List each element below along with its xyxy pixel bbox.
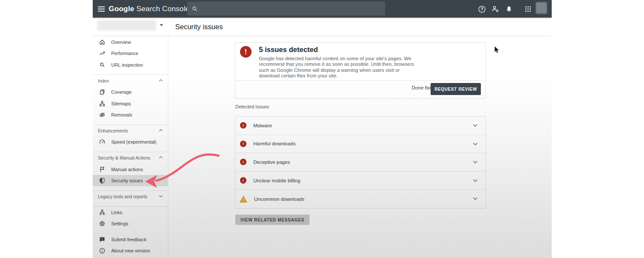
search-bar[interactable] [187,2,385,15]
section-header-enhancements[interactable]: Enhancements [93,125,168,136]
section-header-index[interactable]: Index [93,75,168,86]
sidebar-item-label: Performance [111,51,138,56]
logo-google-text: Google [109,5,134,13]
gear-icon [99,220,106,227]
summary-description: Google has detected harmful content on s… [259,56,417,79]
view-related-messages-button[interactable]: VIEW RELATED MESSAGES [235,215,310,225]
error-badge-icon: ! [240,177,246,184]
warning-triangle-icon: ! [240,196,247,203]
issue-row-malware[interactable]: ! Malware [235,117,486,135]
feedback-icon [99,236,106,243]
error-badge-icon: ! [240,46,252,58]
property-selector[interactable] [97,20,156,31]
links-tree-icon [99,209,106,216]
exclamation-glyph: ! [243,178,244,183]
sidebar-item-sitemaps[interactable]: Sitemaps [93,98,168,109]
chevron-down-icon[interactable] [473,179,478,182]
sidebar-item-label: Security issues [111,178,143,183]
chevron-up-icon [159,129,163,132]
sidebar-item-speed[interactable]: Speed (experimental) [93,136,168,147]
section-label: Legacy tools and reports [98,194,147,199]
detected-issues-heading: Detected Issues [235,104,269,109]
exclamation-glyph: ! [243,123,244,128]
issue-label: Uncommon downloads [254,197,304,202]
sidebar-item-label: Speed (experimental) [111,139,156,144]
issue-row-unclear-mobile-billing[interactable]: ! Unclear mobile billing [235,172,486,190]
property-dropdown-caret-icon[interactable] [160,24,163,26]
svg-text:?: ? [480,7,483,12]
mouse-cursor-icon [495,46,499,53]
sidebar-item-url-inspection[interactable]: URL inspection [93,59,168,71]
chevron-down-icon[interactable] [473,160,478,164]
info-icon [99,247,106,254]
sidebar-item-label: Overview [111,40,131,45]
eye-off-icon [99,111,106,118]
sidebar-item-label: Submit feedback [111,237,146,242]
app-logo[interactable]: Google Search Console [109,0,190,18]
error-badge-icon: ! [240,141,246,147]
issue-row-deceptive-pages[interactable]: ! Deceptive pages [235,153,486,172]
detected-issues-list: ! Malware ! Harmful downloads ! Deceptiv… [235,116,486,209]
issue-row-harmful-downloads[interactable]: ! Harmful downloads [235,135,486,154]
chevron-up-icon [159,79,163,82]
navigation-sidebar: Overview Performance URL inspection Inde… [93,36,168,258]
shield-icon [99,177,106,184]
sidebar-item-coverage[interactable]: Coverage [93,86,168,98]
exclamation-glyph: ! [243,141,244,146]
notifications-button[interactable] [503,3,514,15]
exclamation-glyph: ! [240,196,247,203]
issue-label: Harmful downloads [253,141,295,146]
divider [235,80,486,81]
apps-button[interactable] [522,3,534,15]
exclamation-glyph: ! [243,160,244,164]
sidebar-item-label: Settings [111,221,128,226]
help-button[interactable]: ? [476,3,487,15]
sidebar-item-label: Removals [111,112,132,117]
request-review-button[interactable]: REQUEST REVIEW [431,83,481,95]
search-icon [191,6,198,12]
manage-users-button[interactable] [490,3,501,15]
sidebar-item-removals[interactable]: Removals [93,109,168,120]
chevron-down-icon[interactable] [473,142,478,146]
issue-row-uncommon-downloads[interactable]: ! Uncommon downloads [235,190,486,208]
section-header-legacy-tools[interactable]: Legacy tools and reports [93,191,168,202]
sidebar-item-security-issues[interactable]: Security issues [93,175,168,186]
divider [93,74,168,75]
error-badge-icon: ! [240,122,246,129]
top-app-bar: Google Search Console ? [93,0,552,18]
subheader-row: Security issues [93,18,552,36]
sidebar-item-label: Coverage [111,89,132,95]
help-icon: ? [478,5,486,13]
chevron-down-icon[interactable] [473,197,478,200]
chevron-down-icon[interactable] [473,124,478,127]
sidebar-item-manual-actions[interactable]: Manual actions [93,164,168,175]
chevron-down-icon [159,195,163,197]
search-console-app: Google Search Console ? [93,0,552,258]
magnifier-icon [99,61,106,68]
sidebar-item-about-new-version[interactable]: About new version [93,245,168,256]
sidebar-item-settings[interactable]: Settings [93,218,168,229]
speedometer-icon [99,138,106,145]
pages-icon [99,89,106,95]
chevron-up-icon [159,156,163,159]
section-header-security-manual-actions[interactable]: Security & Manual Actions [93,152,168,163]
performance-chart-icon [99,50,106,57]
section-label: Security & Manual Actions [98,155,150,160]
sidebar-item-label: URL inspection [111,62,143,68]
logo-product-text: Search Console [137,5,190,13]
account-avatar[interactable] [536,2,547,14]
sidebar-item-links[interactable]: Links [93,207,168,218]
sidebar-item-performance[interactable]: Performance [93,48,168,59]
issue-label: Unclear mobile billing [253,178,300,183]
home-icon [99,39,106,46]
menu-icon[interactable] [96,4,106,14]
user-settings-icon [491,5,500,13]
sitemap-icon [99,100,106,107]
sidebar-item-submit-feedback[interactable]: Submit feedback [93,234,168,245]
section-label: Index [98,78,109,83]
sidebar-item-overview[interactable]: Overview [93,37,168,48]
sidebar-item-label: Sitemaps [111,101,131,106]
section-label: Enhancements [98,128,128,133]
search-input[interactable] [201,6,373,12]
issues-summary-card: ! 5 issues detected Google has detected … [235,42,486,99]
